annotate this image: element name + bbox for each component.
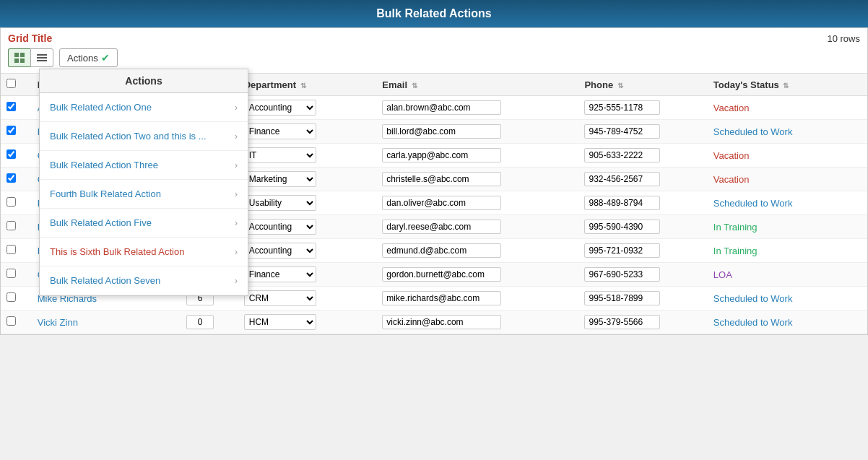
chevron-right-icon: › — [235, 103, 238, 113]
actions-button[interactable]: Actions ✔ — [59, 48, 118, 67]
row-phone-input[interactable] — [584, 243, 660, 258]
dept-sort-icon: ⇅ — [300, 82, 306, 90]
row-dept-cell: AccountingFinanceITMarketingUsabilityCRM… — [238, 263, 377, 287]
actions-dropdown-list: Bulk Related Action One›Bulk Related Act… — [40, 93, 248, 295]
row-dept-select[interactable]: AccountingFinanceITMarketingUsabilityCRM… — [244, 266, 316, 282]
row-dept-select[interactable]: AccountingFinanceITMarketingUsabilityCRM… — [244, 290, 316, 306]
row-dept-select[interactable]: AccountingFinanceITMarketingUsabilityCRM… — [244, 195, 316, 211]
row-dept-select[interactable]: AccountingFinanceITMarketingUsabilityCRM… — [244, 123, 316, 139]
row-email-input[interactable] — [382, 148, 501, 162]
select-all-checkbox[interactable] — [6, 79, 16, 88]
toolbar: Actions ✔ Actions Bulk Related Action On… — [1, 45, 867, 67]
row-email-input[interactable] — [382, 196, 501, 210]
row-checkbox[interactable] — [6, 102, 16, 111]
row-email-input[interactable] — [382, 220, 501, 234]
row-checkbox[interactable] — [6, 245, 16, 254]
svg-rect-3 — [20, 58, 25, 63]
chevron-right-icon: › — [235, 218, 238, 228]
svg-rect-5 — [37, 57, 47, 58]
action-item-1[interactable]: Bulk Related Action One› — [40, 93, 248, 122]
row-phone-input[interactable] — [584, 124, 660, 139]
row-dept-select[interactable]: AccountingFinanceITMarketingUsabilityCRM… — [244, 243, 316, 259]
row-phone-input[interactable] — [584, 196, 660, 210]
row-phone-cell — [578, 215, 707, 239]
row-checkbox[interactable] — [6, 221, 16, 230]
row-num-input[interactable] — [186, 315, 214, 329]
action-item-6[interactable]: This is Sixth Bulk Related Action› — [40, 238, 248, 266]
chevron-right-icon: › — [235, 276, 238, 286]
row-checkbox[interactable] — [6, 292, 16, 302]
row-dept-cell: AccountingFinanceITMarketingUsabilityCRM… — [238, 144, 377, 168]
row-name-link[interactable]: Vicki Zinn — [38, 317, 78, 328]
grid-view-icon — [14, 52, 25, 64]
row-phone-input[interactable] — [584, 100, 660, 115]
row-checkbox[interactable] — [6, 126, 16, 135]
row-email-input[interactable] — [382, 124, 501, 139]
row-email-cell — [376, 263, 578, 287]
row-phone-input[interactable] — [584, 291, 660, 305]
row-dept-cell: AccountingFinanceITMarketingUsabilityCRM… — [238, 120, 377, 144]
row-email-input[interactable] — [382, 315, 501, 329]
page-title: Bulk Related Actions — [376, 7, 491, 19]
action-item-4[interactable]: Fourth Bulk Related Action› — [40, 180, 248, 209]
view-list-button[interactable] — [30, 48, 53, 67]
row-phone-input[interactable] — [584, 148, 660, 162]
row-checkbox[interactable] — [6, 149, 16, 159]
list-view-icon — [36, 52, 48, 64]
row-email-input[interactable] — [382, 291, 501, 305]
chevron-right-icon: › — [235, 160, 238, 170]
row-checkbox[interactable] — [6, 269, 16, 278]
row-email-cell — [376, 287, 578, 311]
col-header-email: Email ⇅ — [376, 74, 578, 96]
action-item-7[interactable]: Bulk Related Action Seven› — [40, 266, 248, 295]
row-status-value: Scheduled to Work — [713, 198, 793, 209]
view-grid-button[interactable] — [8, 48, 30, 67]
row-checkbox-cell — [1, 168, 32, 191]
row-phone-cell — [578, 311, 707, 334]
actions-label: Actions — [67, 53, 98, 64]
row-email-input[interactable] — [382, 243, 501, 258]
row-status-cell: LOA — [708, 263, 867, 287]
actions-dropdown: Actions Bulk Related Action One›Bulk Rel… — [39, 69, 248, 296]
action-item-label: Bulk Related Action Three — [50, 160, 158, 170]
action-item-5[interactable]: Bulk Related Action Five› — [40, 209, 248, 238]
row-phone-input[interactable] — [584, 220, 660, 234]
row-dept-select[interactable]: AccountingFinanceITMarketingUsabilityCRM… — [244, 171, 316, 187]
row-dept-select[interactable]: AccountingFinanceITMarketingUsabilityCRM… — [244, 314, 316, 330]
row-phone-cell — [578, 239, 707, 263]
row-email-input[interactable] — [382, 267, 501, 282]
row-email-cell — [376, 239, 578, 263]
action-item-2[interactable]: Bulk Related Action Two and this is ...› — [40, 122, 248, 151]
row-checkbox-cell — [1, 287, 32, 311]
row-checkbox-cell — [1, 144, 32, 168]
row-phone-input[interactable] — [584, 267, 660, 282]
table-row: Vicki Zinn AccountingFinanceITMarketingU… — [1, 311, 867, 334]
row-phone-input[interactable] — [584, 172, 660, 186]
row-email-input[interactable] — [382, 172, 501, 186]
col-header-status: Today's Status ⇅ — [708, 74, 867, 96]
row-phone-cell — [578, 263, 707, 287]
row-phone-cell — [578, 144, 707, 168]
row-dept-select[interactable]: AccountingFinanceITMarketingUsabilityCRM… — [244, 219, 316, 235]
action-item-label: Bulk Related Action Five — [50, 217, 152, 228]
row-dept-cell: AccountingFinanceITMarketingUsabilityCRM… — [238, 239, 377, 263]
row-checkbox[interactable] — [6, 316, 16, 326]
row-checkbox[interactable] — [6, 173, 16, 183]
action-item-3[interactable]: Bulk Related Action Three› — [40, 151, 248, 180]
row-status-cell: Scheduled to Work — [708, 120, 867, 144]
row-checkbox[interactable] — [6, 197, 16, 207]
col-header-department: Department ⇅ — [238, 74, 377, 96]
row-status-value: Scheduled to Work — [713, 293, 793, 304]
row-email-input[interactable] — [382, 100, 501, 115]
row-checkbox-cell — [1, 215, 32, 239]
row-email-cell — [376, 120, 578, 144]
row-dept-select[interactable]: AccountingFinanceITMarketingUsabilityCRM… — [244, 147, 316, 163]
row-phone-input[interactable] — [584, 315, 660, 329]
status-sort-icon: ⇅ — [783, 82, 789, 90]
action-item-label: Bulk Related Action Two and this is ... — [50, 131, 207, 142]
row-status-value: In Training — [713, 222, 758, 233]
phone-sort-icon: ⇅ — [617, 82, 623, 90]
row-status-value: Vacation — [713, 103, 750, 113]
row-dept-select[interactable]: AccountingFinanceITMarketingUsabilityCRM… — [244, 100, 316, 116]
row-checkbox-cell — [1, 239, 32, 263]
